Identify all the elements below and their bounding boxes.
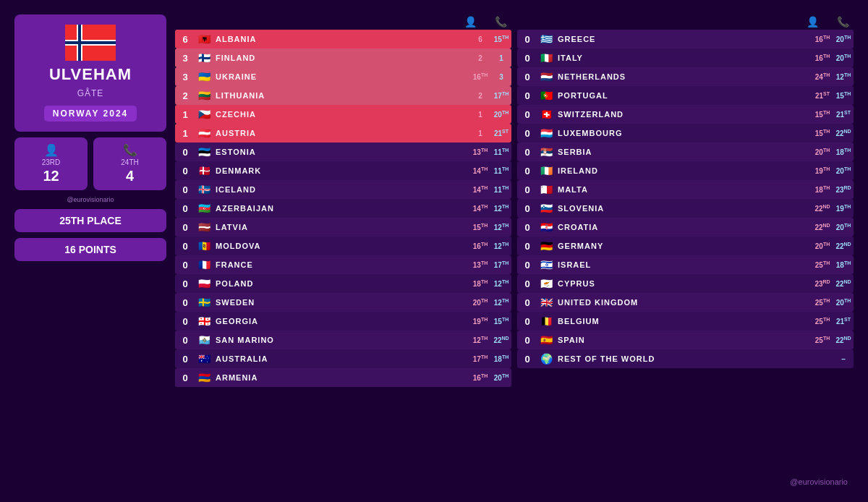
pts-given: 0 (517, 128, 537, 139)
flag-cell: 🇱🇹 (195, 88, 213, 103)
rank-jury: 14TH (469, 185, 491, 194)
rank-jury: 19TH (812, 166, 833, 175)
rank-jury: 17TH (469, 354, 491, 363)
pts-given: 0 (175, 278, 195, 289)
table-row: 0 🇫🇷 FRANCE 13TH 17TH (175, 255, 511, 274)
rank-tele: 15TH (491, 317, 511, 326)
table-row: 0 🇸🇪 SWEDEN 20TH 12TH (175, 293, 511, 312)
rank-jury: 16TH (469, 72, 491, 81)
country-label: CZECHIA (213, 110, 469, 119)
flag-cell: 🇬🇧 (537, 295, 555, 310)
flag-cell: 🇦🇹 (195, 126, 213, 140)
flag-cell: 🇪🇸 (537, 333, 555, 347)
table-row: 0 🇮🇪 IRELAND 19TH 20TH (517, 161, 854, 180)
country-label: LATVIA (213, 223, 469, 231)
rank-jury: 22ND (812, 204, 833, 213)
country-label: SAN MARINO (213, 336, 469, 344)
country-label: PORTUGAL (555, 91, 812, 100)
country-label: LITHUANIA (213, 91, 469, 100)
pts-given: 0 (517, 147, 537, 158)
pts-given: 0 (175, 203, 195, 214)
flag-cell: 🇵🇱 (195, 276, 213, 291)
country-label: NETHERLANDS (555, 72, 812, 81)
pts-given: 6 (175, 34, 195, 45)
jury-col-icon-r: 👤 (804, 16, 820, 27)
country-label: UNITED KINGDOM (555, 298, 812, 307)
table-row: 1 🇨🇿 CZECHIA 1 20TH (175, 105, 511, 124)
country-label: GEORGIA (213, 317, 469, 326)
pts-given: 1 (175, 109, 195, 120)
rank-tele: 12TH (491, 279, 511, 288)
pts-given: 0 (175, 166, 195, 176)
flag-cell: 🇮🇪 (537, 163, 555, 178)
rank-tele: 22ND (833, 336, 854, 344)
pts-given: 0 (517, 241, 537, 252)
flag-cell: 🇦🇱 (195, 32, 213, 46)
rank-tele: 21ST (833, 110, 854, 119)
flag-cell: 🇮🇱 (537, 258, 555, 272)
country-card: ULVEHAM GÅTE NORWAY 2024 (14, 14, 166, 132)
flag-cell: 🇭🇷 (537, 220, 555, 234)
jury-col-icon: 👤 (462, 16, 478, 27)
pts-given: 0 (517, 184, 537, 195)
table-row: 0 🇳🇱 NETHERLANDS 24TH 12TH (517, 67, 854, 86)
table-row: 0 🇲🇹 MALTA 18TH 23RD (517, 180, 854, 199)
table-row: 6 🇦🇱 ALBANIA 6 15TH (175, 30, 511, 48)
table-row: 0 🇮🇱 ISRAEL 25TH 18TH (517, 255, 854, 274)
country-label: GERMANY (555, 242, 812, 250)
rank-tele: 20TH (833, 223, 854, 231)
country-label: SPAIN (555, 336, 812, 344)
rank-jury: 20TH (812, 242, 833, 250)
country-label: CYPRUS (555, 279, 812, 288)
flag-cell: 🇦🇲 (195, 370, 213, 385)
pts-given: 0 (517, 335, 537, 346)
flag-cell: 🇧🇪 (537, 314, 555, 328)
flag-cell: 🇨🇾 (537, 276, 555, 291)
jury-rank: 23RD (42, 158, 61, 166)
rank-tele: 18TH (833, 260, 854, 269)
rank-jury: 12TH (469, 336, 491, 344)
rank-tele: 17TH (491, 260, 511, 269)
country-label: AUSTRALIA (213, 354, 469, 363)
rank-jury: 16TH (469, 373, 491, 382)
pts-given: 0 (517, 34, 537, 45)
flag-cell: 🇲🇹 (537, 182, 555, 197)
pts-given: 0 (517, 260, 537, 271)
table-row: 0 🇮🇹 ITALY 16TH 20TH (517, 48, 854, 67)
flag-cell: 🇱🇺 (537, 126, 555, 140)
country-label: FINLAND (213, 54, 469, 62)
rank-tele: 11TH (491, 185, 511, 194)
bottom-credit: @eurovisionario (790, 477, 848, 486)
rank-tele: 22ND (491, 336, 511, 344)
country-label: LUXEMBOURG (555, 129, 812, 137)
right-table-rows: 0 🇬🇷 GREECE 16TH 20TH 0 🇮🇹 ITALY 16TH 20… (517, 30, 854, 368)
flag-cell: 🇺🇦 (195, 69, 213, 84)
country-label: REST OF THE WORLD (555, 354, 812, 363)
table-row: 0 🇦🇺 AUSTRALIA 17TH 18TH (175, 349, 511, 368)
country-label: ISRAEL (555, 260, 812, 269)
rank-tele: 22ND (833, 129, 854, 137)
country-label: ESTONIA (213, 148, 469, 156)
table-header-left: 👤 📞 (175, 14, 511, 29)
rank-tele: 20TH (491, 110, 511, 119)
table-row: 1 🇦🇹 AUSTRIA 1 21ST (175, 124, 511, 142)
rank-jury: 16TH (469, 242, 491, 250)
pts-given: 0 (175, 335, 195, 346)
flag-cell: 🇬🇷 (537, 32, 555, 46)
table-row: 0 🇬🇧 UNITED KINGDOM 25TH 20TH (517, 293, 854, 312)
left-table-rows: 6 🇦🇱 ALBANIA 6 15TH 3 🇫🇮 FINLAND 2 1 3 🇺… (175, 30, 511, 387)
flag-cell: 🇱🇻 (195, 220, 213, 234)
tele-col-icon: 📞 (493, 16, 509, 27)
country-label: POLAND (213, 279, 469, 288)
col-icons-left: 👤 📞 (462, 16, 509, 27)
table-row: 2 🇱🇹 LITHUANIA 2 17TH (175, 86, 511, 105)
pts-given: 0 (175, 373, 195, 383)
rank-jury: 1 (469, 110, 491, 119)
table-row: 0 🇨🇾 CYPRUS 23RD 22ND (517, 274, 854, 293)
table-row: 0 🇭🇷 CROATIA 22ND 20TH (517, 218, 854, 237)
pts-given: 0 (175, 297, 195, 308)
country-label: UKRAINE (213, 72, 469, 81)
rank-tele: 22ND (833, 242, 854, 250)
table-row: 0 🇩🇰 DENMARK 14TH 11TH (175, 161, 511, 180)
country-label: MALTA (555, 185, 812, 194)
